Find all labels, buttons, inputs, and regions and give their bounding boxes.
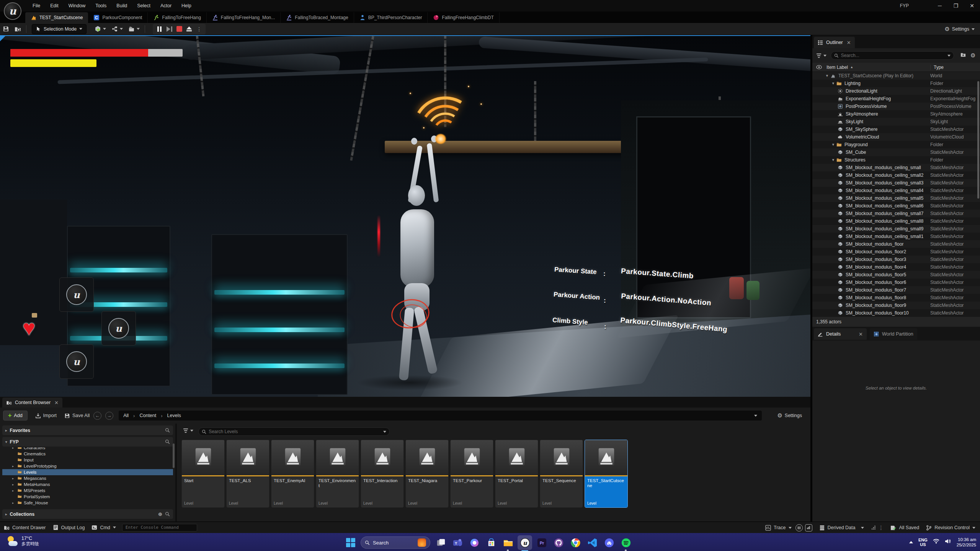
expander-icon[interactable]: ▸ <box>12 501 16 505</box>
outliner-row[interactable]: SM_blockout_modulus_floorStaticMeshActor <box>812 240 980 248</box>
taskbar-app-premiere-pro[interactable]: Pr <box>534 535 549 550</box>
tab-parkourcomponent[interactable]: CParkourComponent <box>88 12 148 23</box>
menu-item-help[interactable]: Help <box>176 0 196 11</box>
outliner-row[interactable]: ExponentialHeightFogExponentialHeightFog <box>812 95 980 103</box>
asset-tile-test_portal[interactable]: TEST_PortalLevel <box>495 440 538 508</box>
outliner-row[interactable]: SM_blockout_modulus_ceiling_small8Static… <box>812 217 980 225</box>
menu-item-build[interactable]: Build <box>111 0 132 11</box>
outliner-row[interactable]: ▼StructuresFolder <box>812 156 980 164</box>
breadcrumb-levels[interactable]: Levels <box>167 413 181 418</box>
outliner-row[interactable]: PostProcessVolumePostProcessVolume <box>812 103 980 110</box>
outliner-row[interactable]: SM_blockout_modulus_ceiling_small3Static… <box>812 179 980 187</box>
sort-ascending-icon[interactable]: ▲ <box>850 65 853 69</box>
outliner-row[interactable]: SM_blockout_modulus_floor8StaticMeshActo… <box>812 294 980 302</box>
outliner-row[interactable]: SM_blockout_modulus_ceiling_small6Static… <box>812 202 980 210</box>
folder-item-levels[interactable]: Levels <box>2 469 173 475</box>
clock-widget[interactable]: 10:36 am 25/2/2025 <box>957 537 976 548</box>
cinematics-button[interactable] <box>126 24 142 34</box>
outliner-settings-gear-icon[interactable]: ⚙ <box>970 52 975 59</box>
folder-item-metahumans[interactable]: ▸MetaHumans <box>2 481 173 487</box>
volume-icon[interactable] <box>945 538 951 546</box>
expander-icon[interactable]: ▼ <box>831 143 835 147</box>
taskbar-app-copilot[interactable] <box>467 535 482 550</box>
create-folder-icon[interactable] <box>960 52 966 59</box>
outliner-row[interactable]: SM_blockout_modulus_floor9StaticMeshActo… <box>812 302 980 309</box>
favorites-section-header[interactable]: ▸ Favorites <box>2 425 173 435</box>
taskbar-app-discord[interactable] <box>602 535 616 550</box>
language-indicator[interactable]: ENG US <box>918 538 928 547</box>
expander-icon[interactable]: ▼ <box>825 74 829 78</box>
add-collection-icon[interactable]: ⊕ <box>158 511 162 517</box>
folder-item-characters[interactable]: ▸Characters <box>2 447 173 451</box>
tab-world-partition[interactable]: World Partition <box>870 328 917 340</box>
taskbar-search[interactable]: Search <box>361 536 430 549</box>
outliner-row[interactable]: SM_blockout_modulus_ceiling_small5Static… <box>812 194 980 202</box>
console-command-input[interactable] <box>126 525 194 530</box>
asset-tile-test_niagara[interactable]: TEST_NiagaraLevel <box>405 440 449 508</box>
close-icon[interactable]: ✕ <box>847 40 851 46</box>
folder-item-safe_house[interactable]: ▸Safe_House <box>2 500 173 506</box>
menu-item-window[interactable]: Window <box>64 0 90 11</box>
expander-icon[interactable]: ▼ <box>831 82 835 85</box>
tab-outliner[interactable]: Outliner ✕ <box>814 37 855 48</box>
outliner-row[interactable]: SM_blockout_modulus_ceiling_small2Static… <box>812 171 980 179</box>
save-icon[interactable] <box>0 24 12 34</box>
tab-bp-thirdpersoncharacter[interactable]: BP_ThirdPersonCharacter <box>354 12 428 23</box>
ddc-grid-icon[interactable] <box>871 525 877 531</box>
insights-pause-icon[interactable] <box>795 524 803 531</box>
outliner-search[interactable] <box>831 51 954 60</box>
outliner-row[interactable]: SM_blockout_modulus_floor7StaticMeshActo… <box>812 286 980 294</box>
outliner-row[interactable]: SM_blockout_modulus_floor6StaticMeshActo… <box>812 279 980 286</box>
expander-icon[interactable]: ▸ <box>12 447 16 450</box>
outliner-row[interactable]: SM_SkySphereStaticMeshActor <box>812 126 980 133</box>
hidden-icons-chevron-icon[interactable] <box>909 541 913 543</box>
menu-item-edit[interactable]: Edit <box>45 0 64 11</box>
start-button[interactable] <box>344 536 358 549</box>
outliner-search-input[interactable] <box>841 53 945 58</box>
minimize-button[interactable]: ─ <box>932 0 948 11</box>
column-item-label[interactable]: Item Label <box>826 65 848 70</box>
import-button[interactable]: Import <box>35 413 57 419</box>
outliner-scrollbar[interactable] <box>977 81 979 199</box>
asset-tile-test_sequence[interactable]: TEST_SequenceLevel <box>540 440 583 508</box>
asset-search-input[interactable] <box>209 429 381 434</box>
weather-widget[interactable]: 17°C 多雲時陰 <box>7 535 39 547</box>
all-saved-indicator[interactable]: All Saved <box>890 525 919 531</box>
asset-tile-test_interaction[interactable]: TEST_InteractionLevel <box>361 440 404 508</box>
taskbar-app-unreal-engine[interactable]: u <box>518 535 532 550</box>
outliner-filter-button[interactable] <box>816 53 826 58</box>
back-button[interactable]: ← <box>93 412 101 420</box>
taskbar-app-chrome[interactable] <box>568 535 583 550</box>
add-actor-button[interactable] <box>92 24 109 34</box>
tab-fallingtobraced-montage[interactable]: FallingToBraced_Montage <box>281 12 354 23</box>
folder-item-cinematics[interactable]: Cinematics <box>2 451 173 457</box>
trace-button[interactable]: Trace <box>765 525 792 531</box>
outliner-row[interactable]: SM_CubeStaticMeshActor <box>812 148 980 156</box>
derived-data-button[interactable]: Derived Data <box>819 525 864 531</box>
unreal-logo-icon[interactable]: u <box>4 2 21 20</box>
asset-tile-test_startcutscene[interactable]: TEST_StartCutsceneLevel <box>585 440 628 508</box>
breadcrumb-all[interactable]: All <box>123 413 129 418</box>
forward-button[interactable]: → <box>105 412 113 420</box>
folder-item-megascans[interactable]: ▸Megascans <box>2 475 173 481</box>
expander-icon[interactable]: ▸ <box>12 489 16 492</box>
tab-fallingtofreehang-mon-[interactable]: FallingToFreeHang_Mon... <box>207 12 281 23</box>
pause-button[interactable] <box>154 24 164 34</box>
folder-item-levelprototyping[interactable]: ▸LevelPrototyping <box>2 463 173 469</box>
blueprints-button[interactable] <box>109 24 126 34</box>
close-icon[interactable]: ✕ <box>859 331 863 337</box>
tab-content-browser[interactable]: Content Browser ✕ <box>2 398 62 408</box>
content-drawer-button[interactable]: Content Drawer <box>4 525 46 530</box>
outliner-row[interactable]: SM_blockout_modulus_floor3StaticMeshActo… <box>812 256 980 263</box>
content-browser-icon[interactable] <box>12 24 24 34</box>
menu-item-select[interactable]: Select <box>132 0 155 11</box>
stop-button[interactable] <box>174 24 184 34</box>
taskbar-app-github[interactable] <box>551 535 566 550</box>
expander-icon[interactable]: ▸ <box>12 465 16 468</box>
asset-tile-start[interactable]: StartLevel <box>181 440 225 508</box>
asset-filter-button[interactable] <box>183 428 193 433</box>
restore-button[interactable]: ❐ <box>948 0 964 11</box>
editor-mode-select[interactable]: Selection Mode <box>32 24 87 34</box>
outliner-row[interactable]: SM_blockout_modulus_ceiling_small4Static… <box>812 187 980 194</box>
taskbar-app-task-view[interactable] <box>433 535 448 550</box>
